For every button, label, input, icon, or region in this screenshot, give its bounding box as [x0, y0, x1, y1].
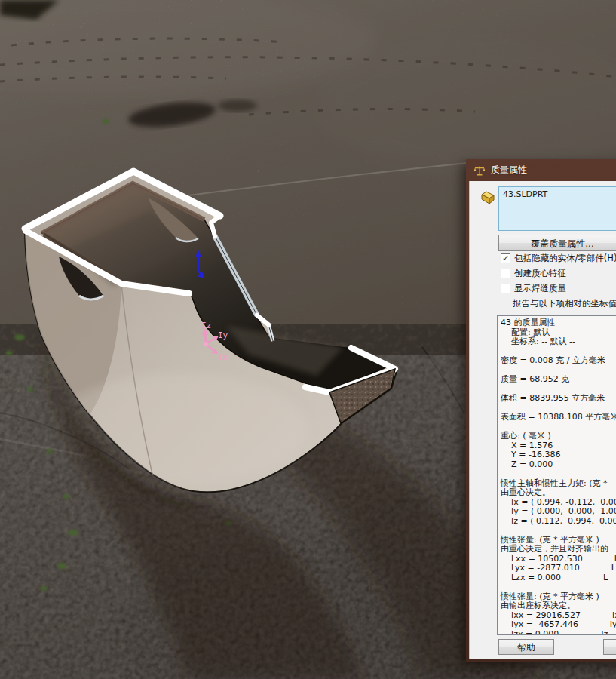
results-line: Lzx = 0.000 L — [501, 573, 616, 583]
checkbox-include-hidden[interactable]: ✓ — [501, 253, 510, 263]
checkbox-create-com-feature[interactable] — [501, 269, 510, 278]
checkbox-label: 包括隐藏的实体/零部件(H) — [514, 253, 616, 264]
file-name: 43.SLDPRT — [503, 189, 547, 199]
results-line: Iy = ( 0.000, 0.000, -1.000) — [501, 507, 616, 517]
dialog-client-area: 43.SLDPRT 覆盖质量属性... ✓ 包括隐藏的实体/零部件(H) 创建质… — [469, 181, 616, 659]
results-line: 坐标系: -- 默认 -- — [501, 337, 616, 347]
results-line: 由重心决定，并且对齐输出的 — [501, 545, 616, 555]
results-line: 重心: ( 毫米 ) — [501, 432, 616, 441]
help-button[interactable]: 帮助 — [498, 639, 554, 655]
dialog-title: 质量属性 — [491, 164, 527, 177]
override-mass-properties-button[interactable]: 覆盖质量属性... — [498, 235, 616, 251]
results-line: 体积 = 8839.955 立方毫米 — [501, 394, 616, 404]
results-line: 由输出座标系决定。 — [501, 601, 616, 611]
results-line: 密度 = 0.008 克 / 立方毫米 — [501, 356, 616, 366]
results-line: 表面积 = 10388.108 平方毫米 — [501, 413, 616, 422]
results-line — [501, 469, 616, 479]
checkbox-label: 创建质心特征 — [514, 268, 566, 279]
results-line — [501, 526, 616, 536]
results-box[interactable]: 43 的质量属性 配置: 默认 坐标系: -- 默认 --密度 = 0.008 … — [497, 315, 616, 635]
dialog-titlebar[interactable]: 质量属性 — [466, 159, 616, 181]
results-line: Y = -16.386 — [501, 450, 616, 460]
results-line: Izx = 0.000 Iz — [501, 630, 616, 636]
checkbox-show-weld-mass[interactable] — [501, 284, 510, 293]
results-line: Iyx = -4657.446 Iy — [501, 620, 616, 630]
checkbox-label: 显示焊缝质量 — [514, 283, 566, 294]
partially-visible-button[interactable] — [603, 639, 616, 655]
results-line: Iz = ( 0.112, 0.994, 0.000) — [501, 517, 616, 527]
results-line — [501, 582, 616, 592]
triad-label-iy: Iy — [218, 330, 228, 340]
triad-label-ix: Ix — [218, 352, 228, 362]
results-line: Z = 0.000 — [501, 460, 616, 470]
viewport-3d: Iz Iy Ix 质量属性 43.SLDPRT 覆盖质量属性... ✓ 包括隐藏… — [0, 0, 616, 679]
triad-label-iz: Iz — [201, 321, 211, 330]
results-line: 由重心决定。 — [501, 488, 616, 498]
results-line: 质量 = 68.952 克 — [501, 375, 616, 385]
selected-items-box[interactable]: 43.SLDPRT — [498, 186, 616, 231]
balance-scale-icon — [473, 164, 486, 177]
checkbox-row-create-com: 创建质心特征 — [501, 267, 566, 279]
checkbox-row-show-weld-mass: 显示焊缝质量 — [501, 282, 566, 294]
mass-properties-dialog: 质量属性 43.SLDPRT 覆盖质量属性... ✓ 包括隐藏的实体/零部件(H… — [466, 159, 616, 662]
checkbox-row-include-hidden: ✓ 包括隐藏的实体/零部件(H) — [501, 252, 616, 264]
part-document-icon — [479, 189, 497, 205]
report-coordinate-label: 报告与以下项相对的坐标值 — [513, 298, 616, 309]
results-line: Lyx = -2877.010 L — [501, 564, 616, 573]
results-line: 43 的质量属性 — [501, 318, 616, 328]
